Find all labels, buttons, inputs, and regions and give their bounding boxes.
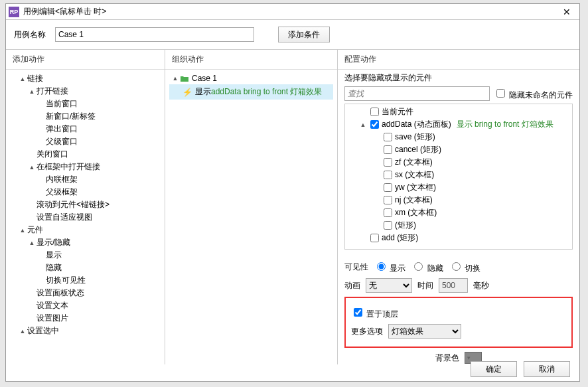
dialog-footer: 确定 取消 [471,361,570,377]
tree-node[interactable]: 弹出窗口 [10,123,161,135]
tree-node[interactable]: 设置面板状态 [10,287,161,299]
bring-to-front-toggle[interactable]: 置于顶层 [351,306,398,320]
more-options-label: 更多选项 [351,326,383,337]
tree-node[interactable]: 切换可见性 [10,274,161,287]
configure-action-header: 配置动作 [338,50,579,69]
tree-node[interactable]: ▲元件 [10,224,161,236]
organize-action-panel: 组织动作 ▲ Case 1 ⚡ 显示 addData bring to fron… [165,50,338,364]
tree-node[interactable]: 新窗口/新标签 [10,110,161,123]
dialog-title: 用例编辑<鼠标单击 时> [23,6,557,17]
more-options-select[interactable]: 灯箱效果 [388,324,461,339]
tree-node[interactable]: 当前窗口 [10,98,161,110]
tree-node[interactable]: 父级框架 [10,186,161,198]
highlighted-options: 置于顶层 更多选项 灯箱效果 [344,297,573,348]
case-tree[interactable]: ▲ Case 1 ⚡ 显示 addData bring to front 灯箱效… [165,69,337,364]
tree-node[interactable]: 显示 [10,249,161,262]
hide-unnamed-checkbox[interactable] [496,89,505,98]
widget-item[interactable]: save (矩形) [346,131,571,143]
tree-node[interactable]: ▲链接 [10,72,161,85]
ms-label: 毫秒 [473,280,489,291]
action-tree[interactable]: ▲链接▲打开链接当前窗口新窗口/新标签弹出窗口父级窗口关闭窗口▲在框架中打开链接… [6,69,165,364]
tree-node[interactable]: ▲打开链接 [10,85,161,98]
bgcolor-label: 背景色 [435,352,459,364]
tree-node[interactable]: 设置图片 [10,312,161,325]
widget-item[interactable]: cancel (矩形) [346,143,571,156]
case-name-row: 用例名称 添加条件 [6,20,579,49]
widget-list[interactable]: 当前元件▲ addData (动态面板) 显示 bring to front 灯… [344,104,573,250]
tree-node[interactable]: 设置文本 [10,299,161,312]
tree-node[interactable]: 隐藏 [10,262,161,274]
folder-icon [180,74,189,82]
widget-item[interactable]: sx (文本框) [346,169,571,181]
cancel-button[interactable]: 取消 [524,361,570,377]
tree-node[interactable]: ▲在框架中打开链接 [10,161,161,173]
visibility-hide[interactable]: 隐藏 [411,260,443,274]
widget-item[interactable]: zf (文本框) [346,156,571,169]
time-label: 时间 [417,280,433,291]
widget-item[interactable]: xm (文本框) [346,206,571,219]
time-input [439,278,468,293]
tree-node[interactable]: 内联框架 [10,173,161,186]
add-action-header: 添加动作 [6,50,165,69]
select-widgets-label: 选择要隐藏或显示的元件 [344,72,573,84]
bolt-icon: ⚡ [183,88,192,97]
widget-item[interactable]: (矩形) [346,219,571,232]
visibility-row: 可见性 显示 隐藏 切换 [344,260,573,274]
animation-row: 动画 无 时间 毫秒 [344,278,573,293]
add-condition-button[interactable]: 添加条件 [278,27,330,42]
tree-node[interactable]: ▲设置选中 [10,325,161,337]
widget-item[interactable]: yw (文本框) [346,181,571,194]
tree-node[interactable]: 滚动到元件<锚链接> [10,198,161,211]
hide-unnamed-toggle[interactable]: 隐藏未命名的元件 [494,87,573,101]
widget-item[interactable]: ▲ addData (动态面板) 显示 bring to front 灯箱效果 [346,118,571,131]
visibility-show[interactable]: 显示 [374,260,405,274]
animation-select[interactable]: 无 [366,278,412,293]
widget-item[interactable]: nj (文本框) [346,194,571,206]
case-name-input[interactable] [55,27,254,42]
bring-to-front-checkbox[interactable] [354,308,362,317]
ok-button[interactable]: 确定 [471,361,517,377]
case-node-label: Case 1 [192,74,217,83]
action-node[interactable]: ⚡ 显示 addData bring to front 灯箱效果 [169,84,333,100]
action-detail: addData bring to front 灯箱效果 [211,86,322,98]
add-action-panel: 添加动作 ▲链接▲打开链接当前窗口新窗口/新标签弹出窗口父级窗口关闭窗口▲在框架… [6,50,165,364]
visibility-toggle[interactable]: 切换 [449,260,480,274]
visibility-label: 可见性 [344,262,368,273]
action-prefix: 显示 [195,86,211,98]
organize-action-header: 组织动作 [165,50,337,69]
app-icon: RP [9,7,19,17]
expand-icon[interactable]: ▲ [172,75,179,82]
case-name-label: 用例名称 [14,29,50,40]
tree-node[interactable]: 父级窗口 [10,135,161,148]
widget-item[interactable]: add (矩形) [346,232,571,244]
case-node[interactable]: ▲ Case 1 [169,72,333,84]
tree-node[interactable]: 关闭窗口 [10,148,161,161]
close-icon[interactable]: ✕ [557,7,577,17]
tree-node[interactable]: ▲显示/隐藏 [10,236,161,249]
configure-action-panel: 配置动作 选择要隐藏或显示的元件 隐藏未命名的元件 当前元件▲ addData … [338,50,579,364]
tree-node[interactable]: 设置自适应视图 [10,211,161,224]
search-input[interactable] [344,86,490,101]
titlebar: RP 用例编辑<鼠标单击 时> ✕ [6,4,579,20]
animation-label: 动画 [344,280,360,291]
case-editor-dialog: RP 用例编辑<鼠标单击 时> ✕ 用例名称 添加条件 添加动作 ▲链接▲打开链… [5,3,580,382]
widget-item[interactable]: 当前元件 [346,106,571,118]
